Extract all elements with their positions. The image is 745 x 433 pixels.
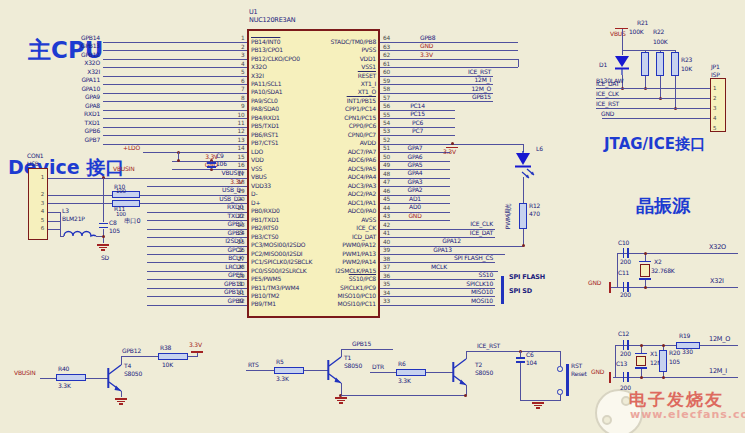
power-flag-vbusin: VBUSIN <box>113 166 134 173</box>
jtag-wire <box>602 118 710 119</box>
pin-inner-label: CPP1/PC14 <box>345 106 376 113</box>
pin-inner-label: PA9/SCL0 <box>251 98 278 105</box>
junction-dot <box>522 244 525 247</box>
res-ref: R38 <box>160 345 171 352</box>
t4-emit <box>121 391 122 397</box>
net-label: +LDO <box>123 145 140 152</box>
reset-button-contact <box>557 389 563 395</box>
reset-button-contact <box>557 366 563 372</box>
pin-number: 36 <box>383 273 390 279</box>
net-label: GPA7 <box>380 145 450 152</box>
net-label: ICE_DAT <box>596 81 619 88</box>
net-label: TXD1 <box>85 120 100 127</box>
res-ref: R21 <box>637 20 648 27</box>
net-label: GPB10 <box>224 289 243 296</box>
net-label: GPA10 <box>81 86 100 93</box>
resistor-R20 <box>659 350 667 372</box>
pin-inner-label: PVSS <box>361 47 376 54</box>
pin-inner-label: RESET <box>358 73 376 80</box>
pin-inner-label: ADC1/PA1 <box>348 200 376 207</box>
transistor-val: S8050 <box>124 371 142 378</box>
ferrite-bead-L3 <box>62 230 98 238</box>
pin-inner-label: PA8/SDA0 <box>251 106 279 113</box>
resistor-R12 <box>519 203 527 229</box>
res-val: 100K <box>653 39 668 46</box>
pin-inner-label: CPN1/PC15 <box>344 115 376 122</box>
res-val: 10K <box>681 66 692 73</box>
net-label: GND <box>420 43 433 50</box>
pin-inner-label: ADC3/PA3 <box>348 183 376 190</box>
gnd-symbol <box>115 398 127 400</box>
title-jtag-ice: JTAG/ICE接口 <box>604 136 705 153</box>
net-label: GPA12 <box>380 238 523 245</box>
led-L6 <box>510 151 540 179</box>
net-label: GPA3 <box>380 179 450 186</box>
pin-number: 61 <box>383 61 390 67</box>
pin-wire-right <box>380 135 455 136</box>
pin-inner-label: X32I <box>251 73 264 80</box>
pin-number: 38 <box>383 256 390 262</box>
gnd-symbol <box>339 402 343 404</box>
net-label: SPICLK10 <box>466 281 493 288</box>
transistor-val: S8050 <box>475 370 493 377</box>
transistor-val: S8050 <box>344 363 362 370</box>
crystal-val: 32.768K <box>651 268 675 275</box>
jtag-wire <box>675 76 676 108</box>
net-label: 3.3V <box>230 179 243 186</box>
net-label: ICE_RST <box>477 343 500 350</box>
pin-inner-label: PB5/TXD1 <box>251 123 279 130</box>
net-label: X32I <box>87 69 100 76</box>
sw-lead <box>560 395 561 400</box>
power-flag-vbus: VBUS <box>610 31 626 38</box>
pin-inner-label: PB6/RST1 <box>251 132 278 139</box>
capacitor-C9 <box>207 166 216 168</box>
junction-dot <box>177 159 180 162</box>
jtag-wire <box>596 98 710 99</box>
capacitor-C10 <box>623 248 625 258</box>
pin-inner-label: ICD_DAT <box>352 234 376 241</box>
junction-dot <box>464 394 467 397</box>
pin-inner-label: STADC/TM0/PB8 <box>330 39 376 46</box>
cap-ref: C6 <box>526 352 534 359</box>
pin-number: 64 <box>383 35 390 41</box>
net-label: GND <box>601 111 614 118</box>
power-flag-gnd: GND <box>588 280 601 287</box>
res-val: 100 <box>116 211 126 217</box>
led-ref: L6 <box>536 146 543 153</box>
gnd-symbol <box>119 403 123 405</box>
pin-number: 63 <box>383 44 390 50</box>
net-label: MCLK <box>380 264 498 271</box>
res-ref: R23 <box>681 57 692 64</box>
usb-wire <box>48 212 60 213</box>
junction-dot <box>662 344 665 347</box>
cap-val: 200 <box>620 259 631 266</box>
pin-number: 58 <box>383 86 390 92</box>
capacitor-C12 <box>627 340 629 350</box>
ferrite-val: BLM21P <box>62 216 85 223</box>
net-label: SS10 <box>479 272 493 279</box>
pin-wire-left <box>103 67 247 68</box>
pin-inner-label: PC0/SS00/I2SLRCLK <box>251 268 307 275</box>
pin-number: 14 <box>238 145 245 151</box>
title-crystal-source: 晶振源 <box>636 196 690 216</box>
pin-inner-label: X32O <box>251 64 267 71</box>
pin-inner-label: PB11/TM3/PWM4 <box>251 285 299 292</box>
gnd-symbol <box>337 400 345 402</box>
watermark-url: www.elecfans.com <box>630 409 745 421</box>
pin-inner-label: XT1_O <box>358 89 376 96</box>
gnd-symbol <box>335 397 347 399</box>
cap-val: 200 <box>620 292 631 299</box>
isp-pin-number: 2 <box>713 95 716 101</box>
cap-val: 200 <box>620 385 631 392</box>
pin-wire-left <box>103 42 247 43</box>
net-label: ICE_RST <box>596 101 619 108</box>
isp-pin-number: 4 <box>713 115 716 121</box>
net-label: X32I <box>710 278 724 285</box>
resistor-R5 <box>274 367 304 374</box>
cap-ref: C8 <box>109 220 117 227</box>
mcu-part: NUC120RE3AN <box>249 17 295 24</box>
net-label: GPB3 <box>228 230 243 237</box>
pin-inner-label: VDD33 <box>251 183 271 190</box>
resistor-R38 <box>158 353 188 360</box>
power-flag-gnd: GND <box>591 369 604 376</box>
